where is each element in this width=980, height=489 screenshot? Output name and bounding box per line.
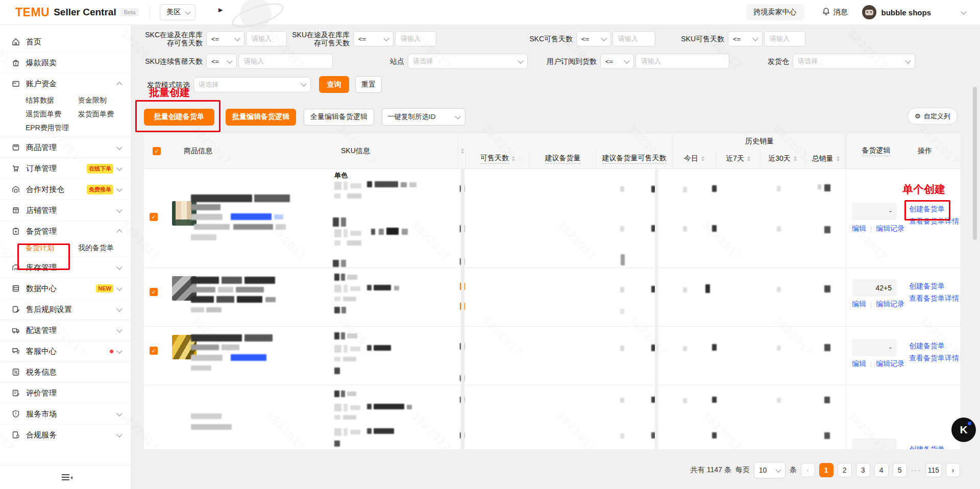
page-button-1[interactable]: 1 [819,463,834,477]
filter-skc-transit-days: SKC在途及在库库存可售天数 <= 请输入 [144,31,287,47]
row-checkbox[interactable]: ✓ [150,213,158,221]
sidebar-item-hot-follow[interactable]: 爆款跟卖 [0,52,131,73]
bell-icon [822,7,830,17]
filter-label: SKC在途及在库库存可售天数 [144,31,203,47]
sidebar-item-order-mgmt[interactable]: 订单管理 在线下单 [0,158,131,179]
operator-select[interactable]: <= [728,31,763,46]
temu-logo[interactable]: TEMU [15,6,50,19]
page-button-3[interactable]: 3 [856,463,870,477]
sidebar-item-customer-service[interactable]: 客服中心 [0,340,131,361]
sidebar-item-tax-info[interactable]: 税务信息 [0,361,131,382]
fab-notification-dot [968,422,971,425]
sidebar-item-partner-warehouse[interactable]: 合作对接仓 免费推单 [0,179,131,200]
sidebar-subitem-ship-label-fee[interactable]: 发货面单费 [78,110,131,119]
col-last30[interactable]: 近30天 [760,149,804,168]
sidebar-item-service-market[interactable]: 服务市场 [0,403,131,424]
col-today[interactable]: 今日 [672,149,716,168]
col-suggested-qty[interactable]: 建议备货量 [529,149,596,168]
copy-selected-ids-select[interactable]: 一键复制所选ID [382,108,465,126]
view-stock-order-detail-link[interactable]: 查看备货单详情 [909,354,959,363]
chevron-down-icon [116,348,122,353]
view-stock-order-detail-link[interactable]: 查看备货单详情 [909,294,959,303]
operator-select[interactable]: <= [600,54,634,69]
sidebar-subitem-my-stock-orders[interactable]: 我的备货单 [78,243,131,253]
avatar[interactable] [862,5,876,19]
sidebar-item-shop-mgmt[interactable]: 店铺管理 [0,200,131,221]
col-last7[interactable]: 近7天 [716,149,760,168]
site-select[interactable]: 请选择 [408,54,528,69]
sidebar-item-review-mgmt[interactable]: 评价管理 [0,382,131,403]
sidebar-subitem-epr-fee[interactable]: EPR费用管理 [26,124,78,133]
operator-select[interactable]: <= [576,31,611,46]
edit-record-link[interactable]: 编辑记录 [876,300,904,309]
stock-logic-value[interactable]: - [852,203,897,220]
region-select[interactable]: 美区 [160,4,195,20]
edit-link[interactable]: 编辑 [852,300,866,309]
page-button-2[interactable]: 2 [838,463,852,477]
col-partial-sort[interactable] [458,134,465,168]
operator-select[interactable]: <= [353,31,394,46]
chevron-down-icon [116,431,122,437]
sidebar-subitem-fund-limit[interactable]: 资金限制 [78,96,131,105]
batch-edit-stock-logic-button[interactable]: 批量编辑备货逻辑 [226,109,296,126]
stock-logic-value[interactable]: - [852,339,897,356]
col-product: 商品信息 [169,134,332,168]
operator-select[interactable]: <= [206,31,244,46]
col-total-sales[interactable]: 总销量 [804,149,846,168]
scroll-stripe [461,169,464,449]
sidebar-item-aftersale-rules[interactable]: 售后规则设置 [0,299,131,320]
warehouse-select[interactable]: 请选择 [793,54,915,69]
cross-border-center-button[interactable]: 跨境卖家中心 [746,4,804,20]
filter-input[interactable]: 请输入 [635,54,729,69]
filter-label: SKC可售天数 [516,35,573,43]
filter-input[interactable]: 请输入 [764,31,805,46]
chevron-down-icon[interactable] [961,9,966,14]
full-edit-stock-logic-button[interactable]: 全量编辑备货逻辑 [304,109,374,126]
sidebar-collapse-button[interactable] [0,465,131,489]
filter-input[interactable]: 请输入 [395,31,436,46]
sidebar-subitem-settlement[interactable]: 结算数据 [26,96,78,105]
edit-record-link[interactable]: 编辑记录 [876,224,904,233]
page-button-4[interactable]: 4 [874,463,889,477]
scroll-stripe [655,169,658,449]
edit-link[interactable]: 编辑 [852,359,866,369]
filter-input[interactable]: 请输入 [246,31,287,46]
sidebar-item-data-center[interactable]: 数据中心 NEW [0,278,131,299]
page-button-5[interactable]: 5 [893,463,907,477]
sidebar-item-home[interactable]: 首页 [0,32,131,52]
row-checkbox[interactable]: ✓ [150,347,158,355]
filter-input[interactable]: 请输入 [612,31,655,46]
prev-page-button[interactable]: ‹ [801,463,815,477]
filter-input[interactable]: 请输入 [238,54,333,69]
create-stock-order-link[interactable]: 创建备货单 [909,341,945,351]
select-all-checkbox[interactable]: ✓ [144,134,169,168]
helper-fab-button[interactable]: K [951,418,976,442]
unit-label: 条 [790,466,797,475]
page-button-last[interactable]: 115 [925,463,942,477]
create-stock-order-link[interactable]: 创建备货单 [909,445,945,449]
operator-select[interactable]: <= [206,54,237,69]
ship-mode-select[interactable]: 请选择 [193,77,311,92]
query-button[interactable]: 查询 [319,76,349,93]
home-icon [11,37,20,46]
sidebar-subitem-return-label-fee[interactable]: 退货面单费 [26,110,78,119]
customize-columns-button[interactable]: ⚙ 自定义列 [908,108,958,125]
row-checkbox[interactable]: ✓ [150,288,158,296]
sidebar-item-stock-mgmt[interactable]: 备货管理 [0,221,131,241]
edit-link[interactable]: 编辑 [852,224,866,233]
vertical-scrollbar[interactable] [973,87,977,240]
edit-record-link[interactable]: 编辑记录 [876,359,904,369]
next-page-button[interactable]: › [946,463,960,477]
reset-button[interactable]: 重置 [355,76,382,93]
messages-button[interactable]: 消息 [822,7,848,17]
sidebar-item-delivery-mgmt[interactable]: 配送管理 [0,320,131,340]
page-size-select[interactable]: 10 [754,462,786,478]
stock-logic-value[interactable] [852,438,897,449]
sidebar-item-account-funds[interactable]: 账户资金 [0,73,131,94]
col-sellable-days[interactable]: 可售天数 [465,149,529,168]
messages-label: 消息 [834,8,848,17]
sidebar-item-product-mgmt[interactable]: 商品管理 [0,137,131,158]
stock-logic-value[interactable]: 42+5 [852,279,897,297]
create-stock-order-link[interactable]: 创建备货单 [909,282,945,291]
sidebar-item-compliance[interactable]: 合规服务 [0,424,131,445]
